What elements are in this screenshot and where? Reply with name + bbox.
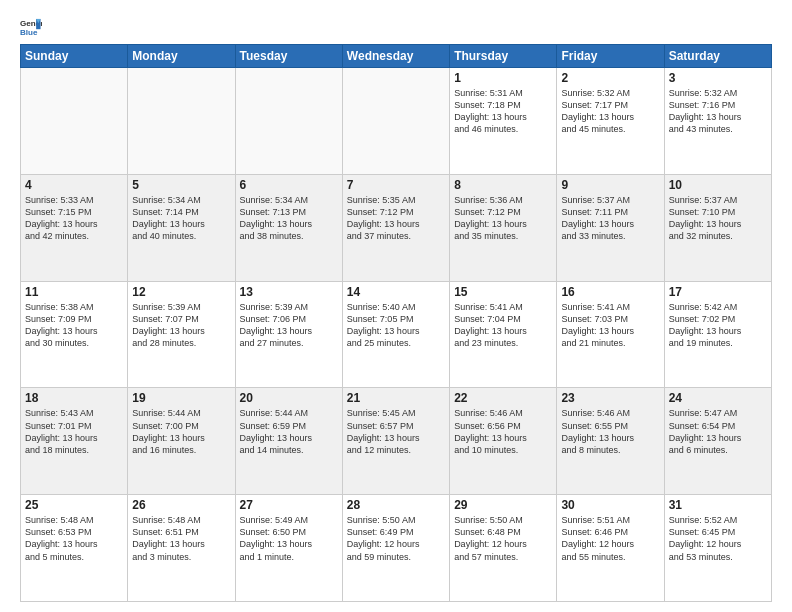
calendar-cell-10: 7Sunrise: 5:35 AM Sunset: 7:12 PM Daylig… bbox=[342, 174, 449, 281]
cell-info: Sunrise: 5:52 AM Sunset: 6:45 PM Dayligh… bbox=[669, 514, 767, 563]
cell-info: Sunrise: 5:41 AM Sunset: 7:03 PM Dayligh… bbox=[561, 301, 659, 350]
cell-info: Sunrise: 5:37 AM Sunset: 7:10 PM Dayligh… bbox=[669, 194, 767, 243]
calendar-cell-25: 22Sunrise: 5:46 AM Sunset: 6:56 PM Dayli… bbox=[450, 388, 557, 495]
cell-info: Sunrise: 5:38 AM Sunset: 7:09 PM Dayligh… bbox=[25, 301, 123, 350]
calendar-cell-5: 2Sunrise: 5:32 AM Sunset: 7:17 PM Daylig… bbox=[557, 68, 664, 175]
cell-info: Sunrise: 5:35 AM Sunset: 7:12 PM Dayligh… bbox=[347, 194, 445, 243]
day-number: 27 bbox=[240, 498, 338, 512]
cell-info: Sunrise: 5:50 AM Sunset: 6:48 PM Dayligh… bbox=[454, 514, 552, 563]
calendar-cell-24: 21Sunrise: 5:45 AM Sunset: 6:57 PM Dayli… bbox=[342, 388, 449, 495]
calendar-cell-13: 10Sunrise: 5:37 AM Sunset: 7:10 PM Dayli… bbox=[664, 174, 771, 281]
day-number: 17 bbox=[669, 285, 767, 299]
calendar-cell-18: 15Sunrise: 5:41 AM Sunset: 7:04 PM Dayli… bbox=[450, 281, 557, 388]
calendar-cell-21: 18Sunrise: 5:43 AM Sunset: 7:01 PM Dayli… bbox=[21, 388, 128, 495]
day-number: 13 bbox=[240, 285, 338, 299]
day-number: 8 bbox=[454, 178, 552, 192]
cell-info: Sunrise: 5:34 AM Sunset: 7:13 PM Dayligh… bbox=[240, 194, 338, 243]
calendar-cell-12: 9Sunrise: 5:37 AM Sunset: 7:11 PM Daylig… bbox=[557, 174, 664, 281]
calendar-cell-30: 27Sunrise: 5:49 AM Sunset: 6:50 PM Dayli… bbox=[235, 495, 342, 602]
cell-info: Sunrise: 5:34 AM Sunset: 7:14 PM Dayligh… bbox=[132, 194, 230, 243]
cell-info: Sunrise: 5:45 AM Sunset: 6:57 PM Dayligh… bbox=[347, 407, 445, 456]
svg-text:Blue: Blue bbox=[20, 28, 38, 37]
cell-info: Sunrise: 5:32 AM Sunset: 7:17 PM Dayligh… bbox=[561, 87, 659, 136]
weekday-header-tuesday: Tuesday bbox=[235, 45, 342, 68]
cell-info: Sunrise: 5:46 AM Sunset: 6:55 PM Dayligh… bbox=[561, 407, 659, 456]
day-number: 20 bbox=[240, 391, 338, 405]
day-number: 15 bbox=[454, 285, 552, 299]
calendar-cell-6: 3Sunrise: 5:32 AM Sunset: 7:16 PM Daylig… bbox=[664, 68, 771, 175]
week-row-4: 18Sunrise: 5:43 AM Sunset: 7:01 PM Dayli… bbox=[21, 388, 772, 495]
day-number: 31 bbox=[669, 498, 767, 512]
day-number: 4 bbox=[25, 178, 123, 192]
cell-info: Sunrise: 5:37 AM Sunset: 7:11 PM Dayligh… bbox=[561, 194, 659, 243]
day-number: 21 bbox=[347, 391, 445, 405]
cell-info: Sunrise: 5:49 AM Sunset: 6:50 PM Dayligh… bbox=[240, 514, 338, 563]
calendar-cell-7: 4Sunrise: 5:33 AM Sunset: 7:15 PM Daylig… bbox=[21, 174, 128, 281]
week-row-1: 1Sunrise: 5:31 AM Sunset: 7:18 PM Daylig… bbox=[21, 68, 772, 175]
week-row-3: 11Sunrise: 5:38 AM Sunset: 7:09 PM Dayli… bbox=[21, 281, 772, 388]
page: General Blue SundayMondayTuesdayWednesda… bbox=[0, 0, 792, 612]
weekday-header-row: SundayMondayTuesdayWednesdayThursdayFrid… bbox=[21, 45, 772, 68]
week-row-2: 4Sunrise: 5:33 AM Sunset: 7:15 PM Daylig… bbox=[21, 174, 772, 281]
calendar-cell-16: 13Sunrise: 5:39 AM Sunset: 7:06 PM Dayli… bbox=[235, 281, 342, 388]
header: General Blue bbox=[20, 16, 772, 38]
cell-info: Sunrise: 5:31 AM Sunset: 7:18 PM Dayligh… bbox=[454, 87, 552, 136]
calendar-cell-9: 6Sunrise: 5:34 AM Sunset: 7:13 PM Daylig… bbox=[235, 174, 342, 281]
day-number: 26 bbox=[132, 498, 230, 512]
day-number: 12 bbox=[132, 285, 230, 299]
calendar-cell-3 bbox=[342, 68, 449, 175]
cell-info: Sunrise: 5:41 AM Sunset: 7:04 PM Dayligh… bbox=[454, 301, 552, 350]
cell-info: Sunrise: 5:32 AM Sunset: 7:16 PM Dayligh… bbox=[669, 87, 767, 136]
week-row-5: 25Sunrise: 5:48 AM Sunset: 6:53 PM Dayli… bbox=[21, 495, 772, 602]
day-number: 3 bbox=[669, 71, 767, 85]
day-number: 28 bbox=[347, 498, 445, 512]
calendar-cell-2 bbox=[235, 68, 342, 175]
day-number: 9 bbox=[561, 178, 659, 192]
calendar-cell-11: 8Sunrise: 5:36 AM Sunset: 7:12 PM Daylig… bbox=[450, 174, 557, 281]
day-number: 23 bbox=[561, 391, 659, 405]
weekday-header-monday: Monday bbox=[128, 45, 235, 68]
cell-info: Sunrise: 5:48 AM Sunset: 6:51 PM Dayligh… bbox=[132, 514, 230, 563]
calendar-cell-4: 1Sunrise: 5:31 AM Sunset: 7:18 PM Daylig… bbox=[450, 68, 557, 175]
day-number: 7 bbox=[347, 178, 445, 192]
day-number: 30 bbox=[561, 498, 659, 512]
calendar-cell-32: 29Sunrise: 5:50 AM Sunset: 6:48 PM Dayli… bbox=[450, 495, 557, 602]
calendar-cell-28: 25Sunrise: 5:48 AM Sunset: 6:53 PM Dayli… bbox=[21, 495, 128, 602]
calendar-cell-29: 26Sunrise: 5:48 AM Sunset: 6:51 PM Dayli… bbox=[128, 495, 235, 602]
cell-info: Sunrise: 5:51 AM Sunset: 6:46 PM Dayligh… bbox=[561, 514, 659, 563]
cell-info: Sunrise: 5:44 AM Sunset: 6:59 PM Dayligh… bbox=[240, 407, 338, 456]
logo-icon: General Blue bbox=[20, 16, 42, 38]
calendar-cell-19: 16Sunrise: 5:41 AM Sunset: 7:03 PM Dayli… bbox=[557, 281, 664, 388]
weekday-header-thursday: Thursday bbox=[450, 45, 557, 68]
calendar-cell-1 bbox=[128, 68, 235, 175]
cell-info: Sunrise: 5:44 AM Sunset: 7:00 PM Dayligh… bbox=[132, 407, 230, 456]
day-number: 29 bbox=[454, 498, 552, 512]
calendar-cell-22: 19Sunrise: 5:44 AM Sunset: 7:00 PM Dayli… bbox=[128, 388, 235, 495]
weekday-header-saturday: Saturday bbox=[664, 45, 771, 68]
cell-info: Sunrise: 5:40 AM Sunset: 7:05 PM Dayligh… bbox=[347, 301, 445, 350]
day-number: 11 bbox=[25, 285, 123, 299]
calendar-cell-23: 20Sunrise: 5:44 AM Sunset: 6:59 PM Dayli… bbox=[235, 388, 342, 495]
calendar-cell-33: 30Sunrise: 5:51 AM Sunset: 6:46 PM Dayli… bbox=[557, 495, 664, 602]
day-number: 10 bbox=[669, 178, 767, 192]
cell-info: Sunrise: 5:39 AM Sunset: 7:07 PM Dayligh… bbox=[132, 301, 230, 350]
day-number: 25 bbox=[25, 498, 123, 512]
calendar-cell-8: 5Sunrise: 5:34 AM Sunset: 7:14 PM Daylig… bbox=[128, 174, 235, 281]
weekday-header-sunday: Sunday bbox=[21, 45, 128, 68]
calendar-cell-14: 11Sunrise: 5:38 AM Sunset: 7:09 PM Dayli… bbox=[21, 281, 128, 388]
cell-info: Sunrise: 5:43 AM Sunset: 7:01 PM Dayligh… bbox=[25, 407, 123, 456]
cell-info: Sunrise: 5:47 AM Sunset: 6:54 PM Dayligh… bbox=[669, 407, 767, 456]
cell-info: Sunrise: 5:39 AM Sunset: 7:06 PM Dayligh… bbox=[240, 301, 338, 350]
calendar-cell-17: 14Sunrise: 5:40 AM Sunset: 7:05 PM Dayli… bbox=[342, 281, 449, 388]
calendar-cell-15: 12Sunrise: 5:39 AM Sunset: 7:07 PM Dayli… bbox=[128, 281, 235, 388]
cell-info: Sunrise: 5:46 AM Sunset: 6:56 PM Dayligh… bbox=[454, 407, 552, 456]
day-number: 5 bbox=[132, 178, 230, 192]
day-number: 2 bbox=[561, 71, 659, 85]
calendar-cell-0 bbox=[21, 68, 128, 175]
weekday-header-friday: Friday bbox=[557, 45, 664, 68]
calendar-cell-27: 24Sunrise: 5:47 AM Sunset: 6:54 PM Dayli… bbox=[664, 388, 771, 495]
cell-info: Sunrise: 5:36 AM Sunset: 7:12 PM Dayligh… bbox=[454, 194, 552, 243]
weekday-header-wednesday: Wednesday bbox=[342, 45, 449, 68]
calendar-cell-34: 31Sunrise: 5:52 AM Sunset: 6:45 PM Dayli… bbox=[664, 495, 771, 602]
day-number: 1 bbox=[454, 71, 552, 85]
